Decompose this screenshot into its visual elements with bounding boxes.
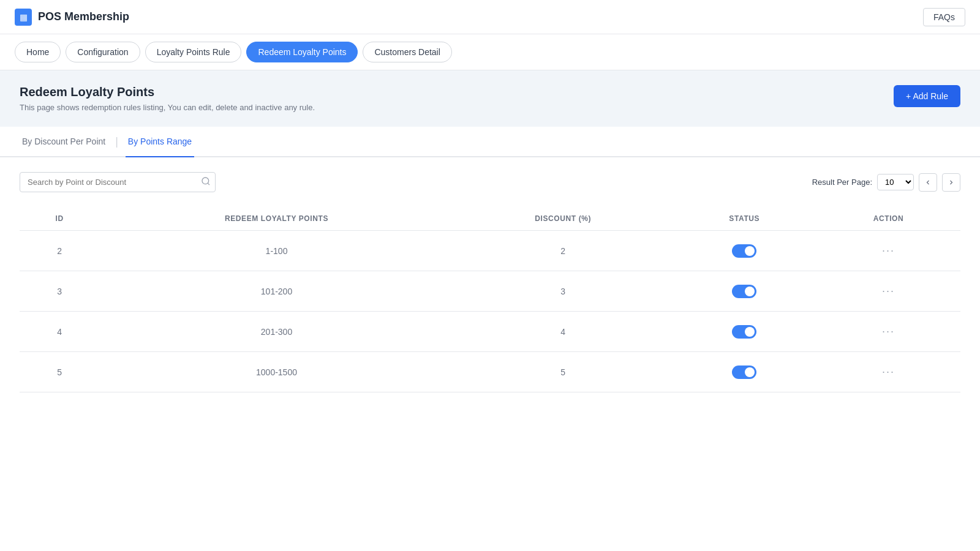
nav-bar: Home Configuration Loyalty Points Rule R…	[0, 34, 980, 70]
cell-redeem-points: 201-300	[99, 312, 454, 352]
search-icon-button[interactable]	[201, 176, 211, 189]
page-title: Redeem Loyalty Points	[20, 85, 315, 99]
sub-tabs: By Discount Per Point | By Points Range	[0, 127, 980, 157]
cell-redeem-points: 1000-1500	[99, 352, 454, 392]
tab-by-points-range[interactable]: By Points Range	[126, 127, 194, 157]
nav-home[interactable]: Home	[15, 42, 61, 62]
app-title: POS Membership	[38, 10, 129, 23]
cell-discount: 4	[454, 312, 673, 352]
cell-id: 4	[20, 312, 99, 352]
status-toggle[interactable]	[732, 285, 756, 298]
cell-discount: 5	[454, 352, 673, 392]
search-input[interactable]	[20, 172, 216, 192]
table-row: 3 101-200 3 ···	[20, 271, 960, 312]
cell-id: 2	[20, 231, 99, 271]
chevron-left-icon	[924, 179, 932, 186]
toggle-slider	[732, 325, 756, 339]
table-header: ID REDEEM LOYALTY POINTS DISCOUNT (%) ST…	[20, 207, 960, 231]
nav-loyalty-points-rule[interactable]: Loyalty Points Rule	[145, 42, 242, 62]
add-rule-button[interactable]: + Add Rule	[894, 85, 960, 107]
nav-customers-detail[interactable]: Customers Detail	[363, 42, 451, 62]
per-page-select[interactable]: 10 25 50 100	[877, 174, 914, 190]
table-row: 5 1000-1500 5 ···	[20, 352, 960, 392]
more-options-button[interactable]: ···	[877, 363, 900, 381]
cell-discount: 3	[454, 271, 673, 312]
next-page-button[interactable]	[942, 173, 960, 192]
svg-point-0	[202, 178, 209, 184]
content-area: Result Per Page: 10 25 50 100 ID	[0, 157, 980, 407]
toggle-slider	[732, 244, 756, 258]
prev-page-button[interactable]	[919, 173, 937, 192]
app-logo: ▦ POS Membership	[15, 9, 129, 26]
table-row: 2 1-100 2 ···	[20, 231, 960, 271]
search-icon	[201, 176, 211, 186]
faq-button[interactable]: FAQs	[923, 8, 965, 26]
chevron-right-icon	[948, 179, 955, 186]
per-page-label: Result Per Page:	[812, 178, 872, 187]
col-status: STATUS	[673, 207, 817, 231]
cell-action: ···	[816, 231, 960, 271]
nav-configuration[interactable]: Configuration	[66, 42, 140, 62]
pagination-control: Result Per Page: 10 25 50 100	[812, 173, 960, 192]
cell-redeem-points: 1-100	[99, 231, 454, 271]
cell-action: ···	[816, 352, 960, 392]
more-options-button[interactable]: ···	[877, 242, 900, 260]
toggle-slider	[732, 285, 756, 298]
table-body: 2 1-100 2 ··· 3 101-200 3	[20, 231, 960, 392]
page-description: This page shows redemption rules listing…	[20, 103, 315, 112]
cell-status	[673, 271, 817, 312]
toggle-slider	[732, 365, 756, 379]
status-toggle[interactable]	[732, 244, 756, 258]
cell-action: ···	[816, 312, 960, 352]
col-id: ID	[20, 207, 99, 231]
search-row: Result Per Page: 10 25 50 100	[20, 172, 960, 192]
table-row: 4 201-300 4 ···	[20, 312, 960, 352]
more-options-button[interactable]: ···	[877, 282, 900, 300]
more-options-button[interactable]: ···	[877, 323, 900, 340]
tab-divider: |	[108, 136, 126, 147]
cell-id: 5	[20, 352, 99, 392]
page-header: Redeem Loyalty Points This page shows re…	[0, 70, 980, 127]
col-discount: DISCOUNT (%)	[454, 207, 673, 231]
data-table: ID REDEEM LOYALTY POINTS DISCOUNT (%) ST…	[20, 207, 960, 392]
app-logo-icon: ▦	[15, 9, 32, 26]
nav-redeem-loyalty-points[interactable]: Redeem Loyalty Points	[246, 42, 358, 62]
cell-action: ···	[816, 271, 960, 312]
svg-line-1	[208, 183, 209, 185]
cell-id: 3	[20, 271, 99, 312]
status-toggle[interactable]	[732, 365, 756, 379]
app-header: ▦ POS Membership FAQs	[0, 0, 980, 34]
cell-status	[673, 231, 817, 271]
status-toggle[interactable]	[732, 325, 756, 339]
tab-by-discount[interactable]: By Discount Per Point	[20, 127, 108, 157]
search-wrapper	[20, 172, 216, 192]
page-header-left: Redeem Loyalty Points This page shows re…	[20, 85, 315, 112]
cell-discount: 2	[454, 231, 673, 271]
cell-status	[673, 312, 817, 352]
cell-status	[673, 352, 817, 392]
col-action: ACTION	[816, 207, 960, 231]
col-redeem-points: REDEEM LOYALTY POINTS	[99, 207, 454, 231]
cell-redeem-points: 101-200	[99, 271, 454, 312]
